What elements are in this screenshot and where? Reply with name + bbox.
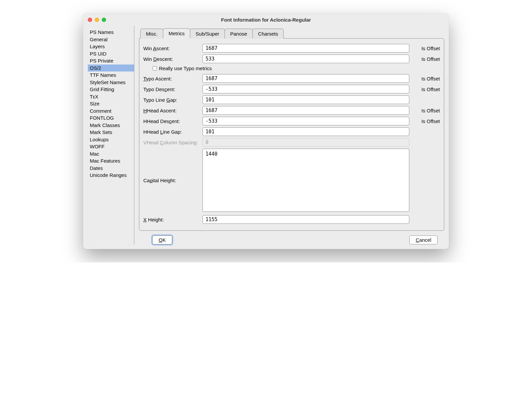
dialog-footer: OK Cancel: [139, 231, 444, 244]
use-typo-checkbox-row[interactable]: Really use Typo metrics: [151, 65, 440, 71]
ok-button[interactable]: OK: [152, 235, 172, 244]
sidebar-item-unicode-ranges[interactable]: Unicode Ranges: [88, 172, 134, 179]
vhead-colsp-input: [202, 138, 409, 147]
typo-descent-input[interactable]: [202, 85, 409, 93]
sidebar-item-mac[interactable]: Mac: [88, 150, 134, 158]
sidebar-item-comment[interactable]: Comment: [88, 107, 134, 115]
sidebar-item-general[interactable]: General: [88, 36, 134, 43]
tab-charsets[interactable]: Charsets: [252, 29, 284, 39]
sidebar-item-size[interactable]: Size: [88, 100, 134, 107]
metrics-panel: Win Ascent: Is Offset Win Descent: Is Of…: [139, 38, 444, 231]
tab-panose[interactable]: Panose: [224, 29, 253, 39]
use-typo-label: Really use Typo metrics: [159, 66, 212, 71]
sidebar-item-ttf-names[interactable]: TTF Names: [88, 71, 134, 79]
hhead-ascent-input[interactable]: [202, 106, 409, 115]
tab-metrics[interactable]: Metrics: [163, 28, 190, 39]
hhead-descent-offset[interactable]: Is Offset: [409, 118, 440, 124]
x-height-label: X Height:: [143, 217, 202, 222]
sidebar-item-mark-sets[interactable]: Mark Sets: [88, 129, 134, 136]
typo-linegap-label: Typo Line Gap:: [143, 97, 202, 103]
hhead-linegap-input[interactable]: [202, 127, 409, 136]
cap-height-input[interactable]: [202, 149, 409, 212]
sidebar-item-grid-fitting[interactable]: Grid Fitting: [88, 86, 134, 93]
win-ascent-input[interactable]: [202, 44, 409, 53]
sidebar-item-t-x[interactable]: TεX: [88, 93, 134, 100]
typo-descent-label: Typo Descent:: [143, 86, 202, 92]
typo-linegap-input[interactable]: [202, 95, 409, 104]
hhead-descent-label: HHead Descent:: [143, 118, 202, 124]
hhead-linegap-label: HHead Line Gap:: [143, 129, 202, 135]
tab-misc-[interactable]: Misc.: [140, 29, 163, 39]
typo-ascent-offset[interactable]: Is Offset: [409, 76, 440, 81]
sidebar-item-dates[interactable]: Dates: [88, 165, 134, 172]
sidebar-item-os-2[interactable]: OS/2: [88, 65, 134, 72]
x-height-input[interactable]: [202, 215, 409, 224]
sidebar-item-ps-names[interactable]: PS Names: [88, 29, 134, 36]
sidebar-item-mac-features[interactable]: Mac Features: [88, 157, 134, 165]
win-descent-input[interactable]: [202, 55, 409, 63]
win-ascent-offset[interactable]: Is Offset: [409, 46, 440, 51]
sidebar-item-ps-private[interactable]: PS Private: [88, 57, 134, 65]
sidebar-item-fontlog[interactable]: FONTLOG: [88, 114, 134, 122]
win-descent-label: Win Descent:: [143, 56, 202, 62]
sidebar-item-layers[interactable]: Layers: [88, 43, 134, 50]
sidebar-item-lookups[interactable]: Lookups: [88, 136, 134, 143]
sidebar-item-ps-uid[interactable]: PS UID: [88, 50, 134, 58]
cap-height-label: Capital Height:: [143, 178, 202, 183]
window-title: Font Information for Aclonica-Regular: [83, 17, 449, 23]
tab-bar: Misc.MetricsSub/SuperPanoseCharsets: [140, 28, 444, 38]
sidebar: PS NamesGeneralLayersPS UIDPS PrivateOS/…: [88, 26, 134, 244]
cancel-button[interactable]: Cancel: [409, 235, 438, 244]
typo-ascent-label: Typo Ascent:: [143, 76, 202, 81]
vhead-colsp-label: VHead Column Spacing:: [143, 140, 202, 145]
win-ascent-label: Win Ascent:: [143, 46, 202, 51]
typo-descent-offset[interactable]: Is Offset: [409, 86, 440, 92]
typo-ascent-input[interactable]: [202, 74, 409, 83]
sidebar-item-woff[interactable]: WOFF: [88, 143, 134, 150]
content-area: Misc.MetricsSub/SuperPanoseCharsets Win …: [134, 26, 444, 244]
hhead-ascent-offset[interactable]: Is Offset: [409, 108, 440, 113]
titlebar: Font Information for Aclonica-Regular: [83, 13, 449, 26]
hhead-descent-input[interactable]: [202, 117, 409, 125]
use-typo-checkbox[interactable]: [153, 66, 157, 70]
tab-sub-super[interactable]: Sub/Super: [190, 29, 225, 39]
sidebar-item-mark-classes[interactable]: Mark Classes: [88, 122, 134, 129]
win-descent-offset[interactable]: Is Offset: [409, 56, 440, 62]
sidebar-item-styleset-names[interactable]: StyleSet Names: [88, 79, 134, 86]
hhead-ascent-label: HHead Ascent:: [143, 108, 202, 113]
font-info-window: Font Information for Aclonica-Regular PS…: [83, 13, 449, 249]
